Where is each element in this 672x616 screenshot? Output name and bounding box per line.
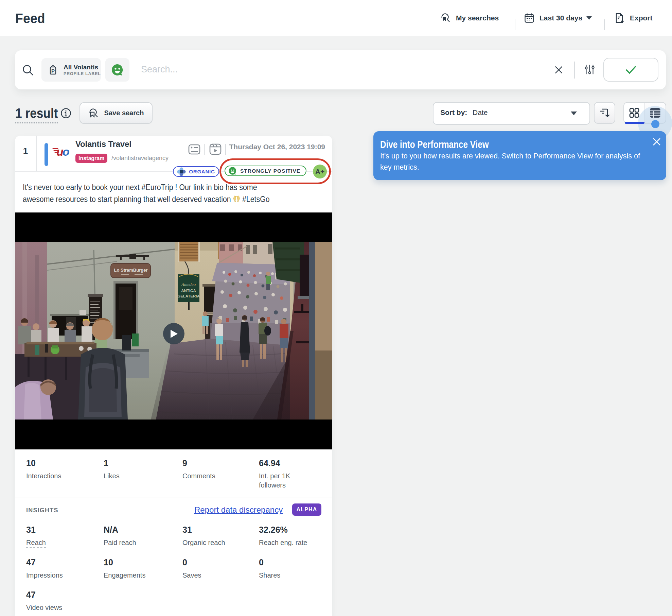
svg-text:o: o <box>63 145 70 158</box>
svg-text:P: P <box>51 68 55 73</box>
